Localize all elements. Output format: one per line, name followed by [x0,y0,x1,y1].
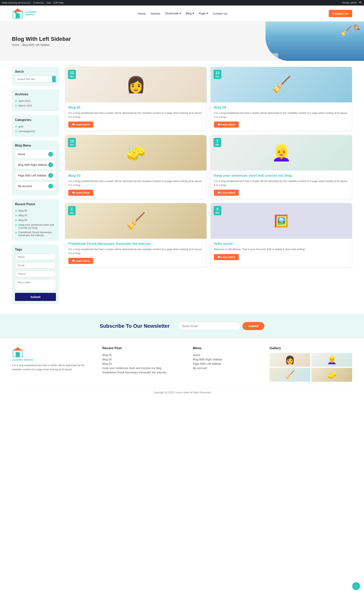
footer-menu-right-sidebar[interactable]: Blog With Right Sidebar [193,357,262,362]
nav-shortcode[interactable]: Shortcode ▾ [165,12,181,15]
gallery-image-3: 🧹 [270,368,310,382]
arrow-icon: ➤ [15,125,17,128]
recent-post-label: Blog 04 [19,214,27,217]
footer-bottom: Copyright @ 2023 Luxury Hotel All Right … [12,388,352,394]
gallery-image-4: 🧽 [311,368,352,382]
learn-more-button-keep[interactable]: 📖 Learn More [214,190,239,196]
building-icon: 🏢 [271,52,279,59]
blog-card-hello-image: 🖼️ 9 Mar [211,203,352,239]
recent-post-label: Blog 03 [19,219,27,222]
recent-post-keep[interactable]: ➤ Keep your sentences short and concise … [15,223,56,230]
categories-widget: Categories ➤ gold ➤ Uncategorized [12,115,59,137]
archive-item-april[interactable]: ➤ April 2023 [15,98,56,103]
date-badge-hello: 9 Mar [214,206,221,215]
chevron-right-icon: › [48,184,53,189]
date-day: 9 [216,207,219,211]
footer-logo: CLEANING SERVICE [12,346,94,361]
blog-card-03: 🧽 12 Apr Blog 03 It is a long establishe… [65,135,207,199]
blog-card-04-title: Blog 04 [214,106,349,109]
admin-new[interactable]: New [46,1,51,4]
date-badge-keep: 1 Apr [214,138,221,147]
nav-page[interactable]: Page ▾ [199,12,208,15]
blog-menu-left-sidebar[interactable]: Page With Left Sidebar › [15,171,56,180]
footer-menu-title: Menu [193,346,262,350]
admin-bar-left: deep-cleaning-services-pro Customize New… [2,1,64,4]
recent-post-blog03[interactable]: ➤ Blog 03 [15,218,56,223]
learn-more-button-05[interactable]: 📖 Learn More [68,122,93,128]
archive-label: April 2023 [19,100,30,102]
recent-post-predef[interactable]: ➤ Predefined Chunk Necessary Generator t… [15,230,56,237]
gallery-img-icon-2: 👱‍♀️ [311,353,352,367]
admin-customize[interactable]: Customize [33,1,44,4]
blog-menu-account[interactable]: My account › [15,182,56,191]
blog-card-05-text: It is a long established fact that a rea… [68,111,203,119]
page-title: Blog With Left Sidebar [12,36,71,42]
archive-label: March 2023 [19,104,32,107]
footer-menu-left-sidebar[interactable]: Page With Left Sidebar [193,362,262,366]
blog-05-figure: 👩 [126,75,146,94]
worker-icon: 🧹 [340,25,352,37]
admin-edit-page[interactable]: Edit Page [53,1,64,4]
nav-home[interactable]: Home [138,12,146,15]
learn-more-button-04[interactable]: 📖 Learn More [214,122,239,128]
blog-card-05-title: Blog 05 [68,106,203,109]
blog-menu-right-sidebar-label: Blog With Right Sidebar [18,163,47,166]
blog-menu-title: Blog Menu [15,144,56,147]
svg-marker-7 [13,347,23,351]
archive-item-march[interactable]: ➤ March 2023 [15,103,56,108]
newsletter-submit-button[interactable]: Submit [243,322,264,330]
date-day: 12 [70,139,74,143]
footer-recent-blog04[interactable]: Blog 04 [102,357,185,362]
blog-predef-figure: 🧹 [126,212,146,230]
footer-recent-posts-col: Recent Post Blog 05 Blog 04 Blog 03 Keep… [102,346,185,382]
tags-title: Tags [15,248,56,251]
recent-post-blog04[interactable]: ➤ Blog 04 [15,213,56,218]
newsletter-section: Subscribe To Our Newsletter Submit [0,314,364,338]
name-input[interactable] [15,254,56,260]
email-input[interactable] [15,262,56,269]
search-box: 🔍 [15,76,56,82]
message-input[interactable] [15,279,56,291]
learn-more-button-predef[interactable]: 📖 Learn More [68,258,93,264]
search-widget: Serch 🔍 [12,67,59,86]
nav-contact[interactable]: Contact Us [213,12,227,15]
date-month: Apr [216,143,219,146]
footer-recent-predef[interactable]: Predefined Chunk Necessary Generator the… [102,370,185,375]
blog-menu-home[interactable]: Home › [15,150,56,159]
category-uncategorized[interactable]: ➤ Uncategorized [15,129,56,134]
footer-menu-account[interactable]: My account [193,366,262,370]
contact-us-button[interactable]: Contact Us [329,10,352,17]
footer-recent-blog05[interactable]: Blog 05 [102,353,185,357]
chevron-right-icon: › [48,173,53,178]
footer-recent-blog03[interactable]: Blog 03 [102,362,185,366]
blog-menu-right-sidebar[interactable]: Blog With Right Sidebar › [15,160,56,169]
phone-input[interactable] [15,271,56,277]
recent-posts-widget: Recent Poost ➤ Blog 05 ➤ Blog 04 ➤ Blog … [12,199,59,241]
svg-point-5 [17,8,18,10]
blog-card-predef-text: It is a long established fact that a rea… [68,247,203,255]
blog-card-predef-body: Predefined Chunk Necessary Generator the… [65,239,206,267]
recent-posts-title: Recent Poost [15,202,56,206]
tags-widget: Tags Submit [12,245,59,304]
footer-menu-home[interactable]: Home [193,353,262,357]
admin-site-name[interactable]: deep-cleaning-services-pro [2,1,31,4]
nav-service[interactable]: Service [150,12,160,15]
newsletter-email-input[interactable] [177,322,241,330]
search-input[interactable] [15,76,52,82]
search-submit-button[interactable]: 🔍 [52,76,56,82]
blog-card-04: 🧹 12 Apr Blog 04 It is a long establishe… [210,67,352,131]
footer-recent-keep[interactable]: Keep your sentences short and concise ou… [102,366,185,370]
learn-more-button-hello[interactable]: 📖 Learn More [214,254,239,260]
search-icon[interactable]: 🔍 [359,1,362,4]
blog-card-05-image: 👩 12 Apr [65,67,206,102]
recent-post-blog05[interactable]: ➤ Blog 05 [15,208,56,213]
blog-card-04-text: It is a long established fact that a rea… [214,111,349,119]
learn-more-button-03[interactable]: 📖 Learn More [68,190,93,196]
recent-post-label: Keep your sentences short and concise ou… [19,223,56,229]
submit-button[interactable]: Submit [15,293,56,301]
category-gold[interactable]: ➤ gold [15,124,56,129]
logo-area[interactable]: CLEANINGSERVICE [12,7,36,19]
nav-blog[interactable]: Blog ▾ [186,12,194,15]
gallery-img-icon-3: 🧹 [270,368,310,382]
site-header: CLEANINGSERVICE Home Service Shortcode ▾… [0,6,364,21]
